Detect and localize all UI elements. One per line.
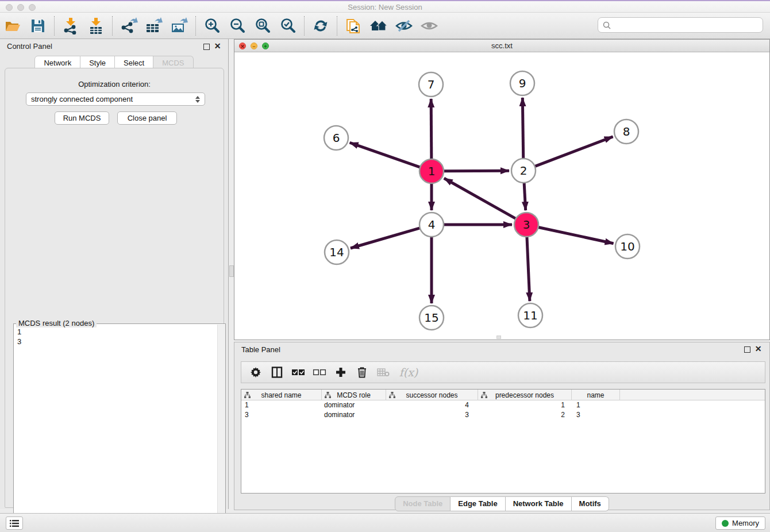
delete-column-trash-icon[interactable]	[355, 365, 369, 380]
select-all-checkboxes-icon[interactable]	[291, 365, 306, 380]
network-canvas[interactable]: 7968124314101511	[234, 52, 769, 340]
tab-network-table[interactable]: Network Table	[506, 496, 572, 511]
graph-edge-1-2[interactable]	[444, 171, 509, 171]
graph-node-15[interactable]: 15	[419, 306, 444, 330]
export-network-icon[interactable]	[119, 16, 138, 36]
zoom-fit-icon[interactable]	[253, 16, 272, 36]
toolbar-separator	[112, 16, 113, 36]
task-history-button[interactable]	[6, 516, 23, 530]
graph-node-11[interactable]: 11	[518, 303, 542, 327]
criterion-dropdown[interactable]: strongly connected component	[26, 92, 205, 106]
cell-predecessor-nodes[interactable]: 1	[478, 400, 572, 410]
function-builder-icon[interactable]: f(x)	[397, 365, 420, 380]
tab-edge-table[interactable]: Edge Table	[451, 496, 505, 511]
close-table-panel-icon[interactable]: ✕	[754, 345, 762, 353]
network-window-titlebar[interactable]: ✕ − + scc.txt	[234, 40, 769, 52]
tab-motifs[interactable]: Motifs	[572, 496, 609, 511]
toolbar-separator	[337, 16, 337, 36]
graph-node-7[interactable]: 7	[419, 72, 443, 97]
search-box[interactable]	[598, 17, 763, 33]
graph-edge-4-14[interactable]	[351, 228, 420, 248]
chevron-up-down-icon	[195, 96, 200, 103]
column-header-name[interactable]: name	[572, 390, 620, 400]
svg-text:6: 6	[333, 131, 340, 145]
cell-successor-nodes[interactable]: 4	[386, 400, 478, 410]
cell-MCDS-role[interactable]: dominator	[322, 410, 386, 420]
graph-edge-3-10[interactable]	[538, 227, 614, 243]
table-row[interactable]: 3dominator323	[241, 410, 765, 420]
graph-node-2[interactable]: 2	[511, 159, 536, 183]
toolbar-separator	[54, 16, 55, 36]
memory-button[interactable]: Memory	[715, 516, 765, 530]
graph-edge-3-11[interactable]	[527, 237, 530, 301]
float-table-panel-icon[interactable]	[744, 346, 750, 353]
tab-node-table[interactable]: Node Table	[395, 496, 451, 511]
graph-edge-3-1[interactable]	[444, 178, 516, 218]
import-table-icon[interactable]	[86, 16, 106, 36]
graph-edge-2-8[interactable]	[535, 137, 613, 167]
cell-name[interactable]: 3	[572, 410, 620, 420]
svg-text:3: 3	[523, 218, 530, 232]
cell-shared-name[interactable]: 1	[241, 400, 322, 410]
mcds-result-list[interactable]: 1 3	[14, 326, 217, 532]
svg-text:15: 15	[424, 311, 438, 325]
cell-name[interactable]: 1	[572, 400, 620, 410]
graph-node-1[interactable]: 1	[419, 159, 444, 183]
vertical-splitter-handle[interactable]	[229, 265, 234, 277]
graph-node-6[interactable]: 6	[324, 126, 348, 150]
save-session-icon[interactable]	[28, 16, 48, 36]
criterion-value: strongly connected component	[31, 95, 195, 103]
graph-node-10[interactable]: 10	[615, 234, 640, 259]
cell-shared-name[interactable]: 3	[241, 410, 322, 420]
graph-node-14[interactable]: 14	[325, 240, 349, 264]
show-column-icon[interactable]	[270, 365, 284, 380]
column-header-successor-nodes[interactable]: successor nodes	[386, 390, 478, 400]
column-header-MCDS-role[interactable]: MCDS role	[322, 390, 386, 400]
graph-node-9[interactable]: 9	[510, 71, 534, 95]
add-column-icon[interactable]	[333, 365, 348, 380]
column-header-predecessor-nodes[interactable]: predecessor nodes	[478, 390, 572, 400]
cell-MCDS-role[interactable]: dominator	[322, 400, 386, 410]
hide-selected-eye-icon[interactable]	[394, 16, 414, 36]
graph-node-4[interactable]: 4	[419, 213, 444, 237]
float-panel-icon[interactable]	[203, 44, 210, 50]
graph-edge-2-9[interactable]	[522, 98, 523, 159]
run-mcds-button[interactable]: Run MCDS	[55, 111, 109, 125]
refresh-icon[interactable]	[311, 16, 330, 36]
graph-edge-2-3[interactable]	[524, 183, 526, 210]
search-input[interactable]	[611, 19, 763, 32]
export-image-icon[interactable]	[170, 16, 189, 36]
graph-node-3[interactable]: 3	[514, 213, 538, 237]
home-icon[interactable]	[369, 16, 388, 36]
table-row[interactable]: 1dominator411	[241, 400, 765, 410]
table-panel-title: Table Panel	[241, 345, 280, 354]
export-table-icon[interactable]	[144, 16, 164, 36]
network-window: ✕ − + scc.txt 7968124314101511	[234, 39, 770, 340]
table-toolbar: f(x)	[241, 361, 765, 383]
zoom-in-icon[interactable]	[202, 16, 222, 36]
network-graph[interactable]: 7968124314101511	[234, 52, 769, 340]
node-table[interactable]: shared nameMCDS rolesuccessor nodesprede…	[241, 389, 765, 494]
zoom-selected-icon[interactable]	[278, 16, 298, 36]
clone-network-icon[interactable]	[344, 16, 363, 36]
result-scrollbar[interactable]	[217, 325, 225, 532]
graph-edge-1-6[interactable]	[350, 142, 421, 167]
close-panel-icon[interactable]: ✕	[214, 43, 221, 50]
import-network-icon[interactable]	[61, 16, 80, 36]
delete-table-icon[interactable]	[376, 365, 391, 380]
graph-node-8[interactable]: 8	[614, 119, 638, 144]
zoom-out-icon[interactable]	[228, 16, 247, 36]
show-all-eye-icon[interactable]	[419, 16, 439, 36]
svg-text:4: 4	[428, 218, 436, 232]
cell-predecessor-nodes[interactable]: 2	[478, 410, 572, 420]
canvas-grip-handle[interactable]	[496, 336, 501, 339]
close-panel-button[interactable]: Close panel	[117, 111, 177, 125]
svg-text:11: 11	[523, 309, 537, 322]
open-session-icon[interactable]	[3, 16, 22, 36]
column-settings-gear-icon[interactable]	[248, 365, 263, 380]
cell-successor-nodes[interactable]: 3	[386, 410, 478, 420]
table-header-row: shared nameMCDS rolesuccessor nodesprede…	[241, 390, 765, 400]
graph-edge-1-7[interactable]	[431, 99, 432, 159]
column-header-shared-name[interactable]: shared name	[241, 390, 322, 400]
deselect-all-checkboxes-icon[interactable]	[312, 365, 327, 380]
